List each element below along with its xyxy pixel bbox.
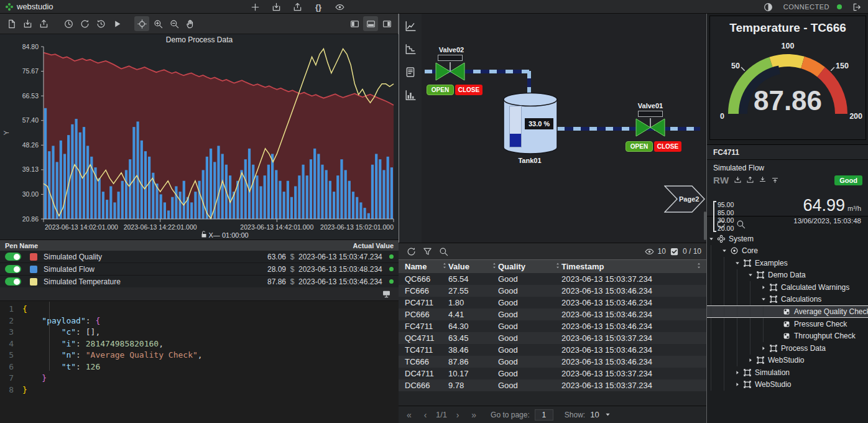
pen-color-swatch[interactable] (30, 278, 37, 286)
report-icon[interactable] (403, 65, 418, 80)
caret-right-icon[interactable] (733, 370, 742, 376)
tree-item[interactable]: Calculations (707, 294, 868, 306)
trend-icon[interactable] (403, 19, 418, 34)
file-icon[interactable] (4, 16, 19, 31)
pen-visibility-toggle[interactable] (5, 265, 21, 273)
pen-row[interactable]: Simulated Quality 63.06 $ 2023-06-13 15:… (0, 251, 399, 263)
pen-color-swatch[interactable] (30, 253, 37, 261)
export-icon[interactable] (36, 16, 51, 31)
code-line[interactable]: 1 { (0, 304, 399, 315)
tree-item[interactable]: Calculated Warnings (707, 281, 868, 294)
pen-visibility-toggle[interactable] (5, 253, 21, 261)
panel-left-icon[interactable] (347, 16, 362, 31)
theme-contrast-icon[interactable] (761, 0, 776, 14)
code-line[interactable]: 7 } (0, 373, 399, 384)
eye-icon[interactable] (332, 0, 347, 14)
tree-item[interactable]: System (707, 233, 868, 245)
display-icon[interactable] (379, 287, 394, 302)
hand-icon[interactable] (183, 16, 198, 31)
code-line[interactable]: 5 "n": "Average Quality Check", (0, 350, 399, 361)
caret-down-icon[interactable] (720, 248, 729, 254)
table-row[interactable]: DC471110.17Good2023-06-13 15:03:37.234 (399, 368, 706, 379)
refresh-icon[interactable] (77, 16, 92, 31)
import-icon[interactable] (20, 16, 35, 31)
tree-item[interactable]: WebStudio (707, 355, 868, 367)
tree-item[interactable]: Average Quality Check (707, 305, 868, 318)
visible-rows-icon[interactable] (645, 247, 654, 256)
goto-page-input[interactable] (535, 409, 553, 421)
caret-down-icon[interactable] (707, 236, 716, 242)
valve02-open-button[interactable]: OPEN (427, 85, 454, 95)
search-icon[interactable] (436, 244, 451, 259)
valve01-open-button[interactable]: OPEN (626, 141, 653, 152)
show-dropdown-caret-icon[interactable] (604, 411, 611, 418)
caret-right-icon[interactable] (733, 381, 742, 388)
tree-item[interactable]: WebStudio (707, 379, 868, 391)
column-header-value[interactable]: Value (448, 262, 498, 271)
column-header-quality[interactable]: Quality (498, 262, 561, 271)
next-page-button[interactable]: › (452, 410, 463, 420)
plus-icon[interactable] (247, 0, 262, 14)
chart-plot[interactable]: 84.8075.6766.5357.4048.2639.1330.0020.86… (0, 44, 399, 239)
caret-right-icon[interactable] (759, 284, 768, 291)
zoom-in-icon[interactable] (150, 16, 165, 31)
sort-icon[interactable] (554, 262, 561, 271)
tree-item[interactable]: Core (707, 245, 868, 258)
show-value[interactable]: 10 (590, 410, 599, 419)
tree-item[interactable]: Pressure Check (707, 318, 868, 330)
sort-icon[interactable] (695, 262, 703, 271)
valve01-icon[interactable] (635, 118, 665, 137)
panel-right-icon[interactable] (379, 16, 394, 31)
caret-down-icon[interactable] (746, 272, 755, 278)
code-line[interactable]: 4 "i": 281474985820160, (0, 338, 399, 350)
valve02-close-button[interactable]: CLOSE (455, 85, 482, 95)
table-row[interactable]: DC6669.78Good2023-06-13 15:03:37.234 (399, 379, 706, 391)
refresh-icon[interactable] (404, 244, 418, 259)
prev-page-button[interactable]: ‹ (420, 410, 431, 420)
crosshair-icon[interactable] (134, 16, 149, 31)
first-page-button[interactable]: « (404, 410, 415, 420)
bars-icon[interactable] (403, 88, 418, 103)
code-line[interactable]: 6 "t": 126 (0, 361, 399, 373)
pen-color-swatch[interactable] (30, 266, 37, 273)
caret-down-icon[interactable] (759, 296, 768, 302)
column-header-timestamp[interactable]: Timestamp (561, 262, 706, 271)
table-row[interactable]: QC66665.54Good2023-06-13 15:03:37.234 (399, 273, 706, 285)
table-row[interactable]: FC471164.30Good2023-06-13 15:03:46.234 (399, 320, 706, 332)
write-down-icon[interactable] (734, 176, 742, 184)
filter-icon[interactable] (420, 244, 435, 259)
history-icon[interactable] (93, 16, 108, 31)
pen-visibility-toggle[interactable] (5, 277, 21, 286)
tree-item[interactable]: Throughput Check (707, 330, 868, 343)
column-header-name[interactable]: Name (399, 262, 448, 271)
panel-bottom-icon[interactable] (363, 16, 378, 31)
tree-item[interactable]: Demo Data (707, 269, 868, 282)
trend-chart[interactable]: Demo Process Data 84.8075.6766.5357.4048… (0, 34, 399, 239)
caret-right-icon[interactable] (759, 345, 768, 351)
code-line[interactable]: 8 } (0, 384, 399, 396)
sort-icon[interactable] (441, 262, 448, 271)
zoom-out-icon[interactable] (167, 16, 182, 31)
import-icon[interactable] (269, 0, 284, 14)
table-row[interactable]: PC47111.80Good2023-06-13 15:03:46.234 (399, 297, 706, 309)
tree-item[interactable]: Simulation (707, 366, 868, 379)
pen-row[interactable]: Simulated Flow 28.09 $ 2023-06-13 15:03:… (0, 263, 399, 276)
table-row[interactable]: QC471163.45Good2023-06-13 15:03:37.234 (399, 332, 706, 344)
min-limit-icon[interactable] (759, 176, 767, 184)
table-row[interactable]: FC66627.55Good2023-06-13 15:03:46.234 (399, 285, 706, 297)
code-area[interactable]: 1 { 2 "payload": { 3 "c": [], 4 "i": 281… (0, 301, 399, 396)
caret-down-icon[interactable] (733, 260, 742, 266)
pen-row[interactable]: Simulated Temperature 87.86 $ 2023-06-13… (0, 276, 399, 288)
sort-icon[interactable] (491, 262, 498, 271)
table-row[interactable]: TC66687.86Good2023-06-13 15:03:46.234 (399, 356, 706, 368)
table-row[interactable]: PC6664.41Good2023-06-13 15:03:46.234 (399, 309, 706, 320)
braces-icon[interactable]: {} (311, 0, 326, 14)
clock-icon[interactable] (61, 16, 76, 31)
refresh-icon[interactable] (713, 216, 728, 231)
selected-rows-icon[interactable] (670, 247, 679, 256)
export-icon[interactable] (290, 0, 305, 14)
tree-item[interactable]: Process Data (707, 342, 868, 355)
code-line[interactable]: 3 "c": [], (0, 327, 399, 338)
tree-item[interactable]: Examples (707, 257, 868, 269)
caret-right-icon[interactable] (746, 357, 755, 363)
